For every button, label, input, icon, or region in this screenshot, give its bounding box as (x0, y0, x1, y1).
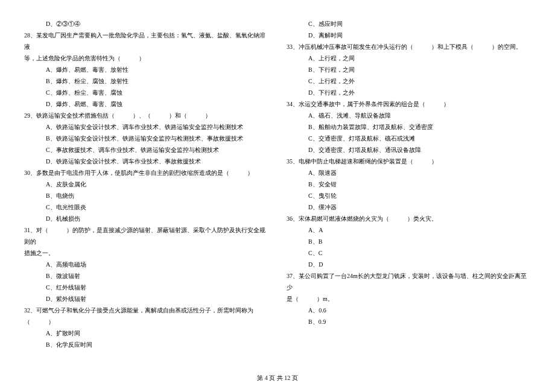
q35-option-c: C、曳引轮 (287, 190, 531, 201)
q32-text: 32、可燃气分子和氧化分子接受点火源能量，离解成自由基或活性分子，所需时间称为（… (24, 305, 268, 327)
page-footer: 第 4 页 共 12 页 (0, 372, 555, 384)
q28-option-d: D、爆炸、易燃、毒害、腐蚀 (24, 98, 268, 110)
q32-option-d: D、离解时间 (287, 30, 531, 41)
q35-option-a: A、限速器 (287, 167, 531, 179)
q31-option-a: A、高频电磁场 (24, 259, 268, 270)
q28-text-cont: 等，上述危险化学品的危害特性为（ ） (24, 52, 268, 64)
q36-option-a: A、A (287, 224, 531, 236)
q33-option-a: A、上行程，之间 (287, 52, 531, 64)
q28-text: 28、某发电厂因生产需要购入一批危险化学品，主要包括：氢气、液氨、盐酸、氢氧化钠… (24, 30, 268, 52)
q33-option-d: D、下行程，之外 (287, 87, 531, 98)
q34-text: 34、水运交通事故中，属于外界条件因素的组合是（ ） (287, 98, 531, 110)
q34-option-a: A、礁石、浅滩、导航设备故障 (287, 110, 531, 121)
q34-option-d: D、交通密度、灯塔及航标、通讯设备故障 (287, 144, 531, 156)
q30-option-b: B、电烧伤 (24, 190, 268, 201)
q33-text: 33、冲压机械冲压事故可能发生在冲头运行的（ ）和上下模具（ ）的空间。 (287, 41, 531, 52)
q34-option-c: C、交通密度、灯塔及航标、礁石或浅滩 (287, 133, 531, 144)
q29-option-a: A、铁路运输安全设计技术、调车作业技术、铁路运输安全监控与检测技术 (24, 121, 268, 133)
q31-text-cont: 措施之一。 (24, 247, 268, 259)
q37-text: 37、某公司购置了一台24m长的大型龙门铣床，安装时，该设备与墙、柱之间的安全距… (287, 270, 531, 293)
q30-option-d: D、机械损伤 (24, 213, 268, 224)
q36-option-c: C、C (287, 247, 531, 259)
q33-option-b: B、下行程，之间 (287, 64, 531, 75)
q33-option-c: C、上行程，之外 (287, 75, 531, 87)
q35-option-b: B、安全钳 (287, 179, 531, 190)
q30-text: 30、多数是由于电流作用于人体，使肌肉产生非自主的剧烈收缩所造成的是（ ） (24, 167, 268, 179)
q32-option-b: B、化学反应时间 (24, 339, 268, 350)
q30-option-a: A、皮肤金属化 (24, 179, 268, 190)
q36-option-b: B、B (287, 236, 531, 247)
q28-option-a: A、爆炸、易燃、毒害、放射性 (24, 64, 268, 75)
right-column: C、感应时间 D、离解时间 33、冲压机械冲压事故可能发生在冲头运行的（ ）和上… (287, 18, 531, 350)
q29-option-c: C、事故救援技术、调车作业技术、铁路运输安全监控与检测技术 (24, 144, 268, 156)
q37-option-a: A、0.6 (287, 305, 531, 316)
q31-text: 31、对（ ）的防护，是直接减少源的辐射、屏蔽辐射源、采取个人防护及执行安全规则… (24, 224, 268, 247)
q32-option-c: C、感应时间 (287, 18, 531, 30)
q35-text: 35、电梯中防止电梯超速和断绳的保护装置是（ ） (287, 156, 531, 167)
q31-option-c: C、红外线辐射 (24, 282, 268, 293)
q36-option-d: D、D (287, 259, 531, 270)
q27-option-d: D、②③①④ (24, 18, 268, 30)
q37-text-cont: 是（ ）m。 (287, 293, 531, 305)
q30-option-c: C、电光性眼炎 (24, 201, 268, 213)
q35-option-d: D、缓冲器 (287, 201, 531, 213)
q29-text: 29、铁路运输安全技术措施包括（ ）、（ ）和（ ） (24, 110, 268, 121)
q29-option-b: B、铁路运输安全设计技术、铁路运输安全监控与检测技术、事故救援技术 (24, 133, 268, 144)
q34-option-b: B、船舶动力装置故障、灯塔及航标、交通密度 (287, 121, 531, 133)
q29-option-d: D、铁路运输安全设计技术、调车作业技术、事故救援技术 (24, 156, 268, 167)
q28-option-b: B、爆炸、粉尘、腐蚀、放射性 (24, 75, 268, 87)
q31-option-d: D、紫外线辐射 (24, 293, 268, 305)
q28-option-c: C、爆炸、粉尘、毒害、腐蚀 (24, 87, 268, 98)
q37-option-b: B、0.9 (287, 316, 531, 327)
left-column: D、②③①④ 28、某发电厂因生产需要购入一批危险化学品，主要包括：氢气、液氨、… (24, 18, 268, 350)
q31-option-b: B、微波辐射 (24, 270, 268, 282)
q36-text: 36、宋体易燃可燃液体燃烧的火灾为（ ）类火灾。 (287, 213, 531, 224)
q32-option-a: A、扩散时间 (24, 327, 268, 339)
